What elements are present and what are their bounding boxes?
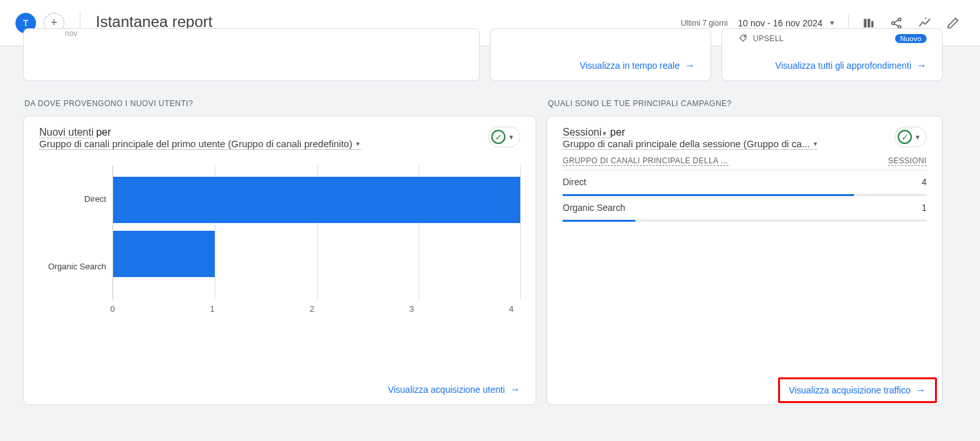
- card-realtime: Visualizza in tempo reale →: [490, 28, 711, 81]
- card-campaigns: Sessioni▼ per Gruppo di canali principal…: [547, 116, 943, 405]
- metric-selector[interactable]: Nuovi utenti: [39, 127, 94, 138]
- x-tick: 3: [409, 304, 413, 314]
- table-header: GRUPPO DI CANALI PRINCIPALE DELLA … SESS…: [563, 156, 927, 170]
- table-row[interactable]: Direct4: [563, 170, 927, 194]
- chevron-down-icon: ▼: [812, 141, 818, 147]
- progress-bar: [563, 194, 927, 196]
- bar-chart: DirectOrganic Search: [39, 165, 520, 300]
- bar-label: Direct: [84, 194, 106, 204]
- section-title-users-source: DA DOVE PROVENGONO I NUOVI UTENTI?: [24, 99, 536, 108]
- col-channel: GRUPPO DI CANALI PRINCIPALE DELLA …: [563, 156, 729, 166]
- tag-icon: [737, 34, 748, 43]
- card-new-users: Nuovi utenti per Gruppo di canali princi…: [23, 116, 536, 405]
- x-tick: 4: [509, 304, 513, 314]
- date-range-value: 10 nov - 16 nov 2024: [738, 18, 823, 28]
- new-badge: Nuovo: [895, 34, 927, 43]
- metric-label: Sessioni: [563, 127, 601, 138]
- arrow-right-icon: →: [685, 60, 695, 71]
- link-label: Visualizza acquisizione utenti: [388, 384, 505, 395]
- x-tick: 0: [110, 304, 114, 314]
- dimension-label: Gruppo di canali principale del primo ut…: [39, 138, 352, 149]
- section-title-campaigns: QUALI SONO LE TUE PRINCIPALI CAMPAGNE?: [548, 99, 943, 108]
- chevron-down-icon: ▼: [913, 134, 922, 141]
- link-label: Visualizza tutti gli approfondimenti: [776, 60, 911, 71]
- view-realtime-link[interactable]: Visualizza in tempo reale →: [580, 60, 695, 71]
- view-user-acquisition-link[interactable]: Visualizza acquisizione utenti →: [388, 384, 520, 395]
- bar: [113, 231, 215, 277]
- status-pill[interactable]: ✓ ▼: [488, 127, 520, 147]
- per-label: per: [610, 127, 625, 138]
- dimension-label: Gruppo di canali principale della sessio…: [563, 138, 810, 149]
- metric-selector[interactable]: Sessioni▼: [563, 127, 610, 138]
- card-insights: UPSELL Nuovo Visualizza tutti gli approf…: [721, 28, 943, 81]
- status-pill[interactable]: ✓ ▼: [894, 127, 927, 147]
- check-circle-icon: ✓: [898, 130, 912, 144]
- svg-line-7: [894, 23, 899, 26]
- bar: [113, 177, 520, 223]
- edit-icon[interactable]: [941, 12, 965, 35]
- chevron-down-icon: ▼: [355, 141, 361, 147]
- link-label: Visualizza acquisizione traffico: [789, 385, 911, 395]
- arrow-right-icon: →: [916, 60, 927, 71]
- arrow-right-icon: →: [916, 384, 926, 396]
- svg-line-6: [894, 20, 899, 22]
- per-label: per: [96, 127, 111, 138]
- progress-fill: [563, 194, 854, 196]
- link-label: Visualizza in tempo reale: [580, 60, 680, 71]
- x-tick: 1: [210, 304, 214, 314]
- view-traffic-acquisition-link[interactable]: Visualizza acquisizione traffico →: [789, 384, 926, 396]
- svg-point-8: [744, 36, 745, 37]
- dimension-selector[interactable]: Gruppo di canali principale della sessio…: [563, 138, 818, 150]
- highlighted-link-box: Visualizza acquisizione traffico →: [778, 377, 937, 403]
- check-circle-icon: ✓: [491, 130, 505, 144]
- progress-fill: [563, 220, 635, 222]
- chevron-down-icon: ▼: [829, 19, 835, 26]
- col-sessions: SESSIONI: [888, 156, 927, 166]
- svg-rect-1: [867, 19, 870, 27]
- chevron-down-icon: ▼: [601, 130, 607, 137]
- bar-label: Organic Search: [48, 262, 106, 271]
- view-insights-link[interactable]: Visualizza tutti gli approfondimenti →: [776, 60, 927, 71]
- card-top-left: nov: [23, 28, 480, 81]
- svg-rect-2: [871, 21, 873, 27]
- cell-channel: Organic Search: [563, 203, 625, 213]
- plus-icon: +: [51, 16, 58, 30]
- month-label: nov: [65, 29, 77, 38]
- cell-sessions: 4: [921, 177, 927, 187]
- insight-row: UPSELL Nuovo: [738, 33, 927, 44]
- progress-bar: [563, 220, 927, 222]
- svg-rect-0: [864, 19, 866, 27]
- dimension-selector[interactable]: Gruppo di canali principale del primo ut…: [39, 138, 361, 150]
- x-tick: 2: [309, 304, 314, 314]
- chevron-down-icon: ▼: [507, 134, 516, 141]
- insight-tag-label: UPSELL: [753, 34, 784, 43]
- grid-line: [520, 165, 521, 300]
- arrow-right-icon: →: [510, 384, 520, 395]
- table-row[interactable]: Organic Search1: [563, 196, 927, 220]
- date-range-label: Ultimi 7 giorni: [681, 19, 728, 28]
- cell-channel: Direct: [563, 177, 586, 187]
- cell-sessions: 1: [921, 203, 927, 213]
